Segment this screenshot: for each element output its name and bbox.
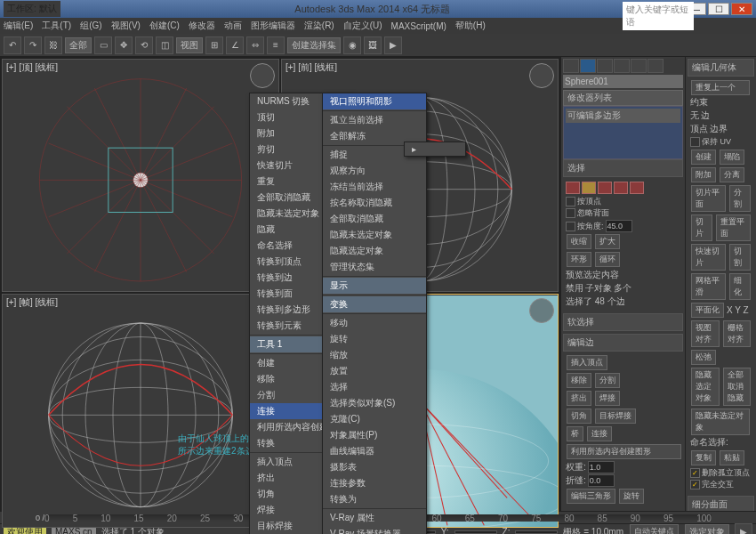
hide-sel-button[interactable]: 隐藏选定对象 bbox=[691, 368, 720, 406]
context-menu-item[interactable]: 对象属性(P) bbox=[323, 427, 426, 443]
subobj-radio[interactable]: 子对象 bbox=[585, 282, 612, 295]
scale-button[interactable]: ◫ bbox=[156, 36, 173, 54]
menu-item[interactable]: 自定义(U) bbox=[343, 20, 382, 32]
menu-item[interactable]: 视图(V) bbox=[111, 20, 141, 32]
rollout-edit-geom[interactable]: 编辑几何体 bbox=[688, 59, 754, 77]
msmooth-button[interactable]: 网格平滑 bbox=[691, 273, 726, 300]
loop-button[interactable]: 循环 bbox=[595, 252, 620, 267]
context-menu-item[interactable]: 冻结当前选择 bbox=[323, 179, 426, 195]
select-button[interactable]: ▭ bbox=[94, 36, 112, 54]
ignore-backfacing-check[interactable]: 忽略背面 bbox=[566, 207, 680, 219]
y-field[interactable] bbox=[454, 530, 497, 534]
paste-button[interactable]: 粘贴 bbox=[720, 450, 744, 465]
context-menu-item[interactable]: 克隆(C) bbox=[323, 411, 426, 427]
context-menu-item[interactable]: 缩放 bbox=[323, 347, 426, 363]
turn-button[interactable]: 旋转 bbox=[619, 489, 644, 504]
detach-button[interactable]: 分离 bbox=[720, 167, 744, 182]
side-panel-right[interactable]: 编辑几何体 重复上一个 约束 无 边 顶点 边界 保持 UV 创建塌陷 附加分离… bbox=[685, 57, 756, 511]
viewport-left[interactable]: [+] [帧] [线框] bbox=[2, 294, 279, 527]
repeat-last-button[interactable]: 重复上一个 bbox=[691, 80, 750, 95]
coord-dropdown[interactable]: 视图 bbox=[176, 37, 203, 53]
redo-button[interactable]: ↷ bbox=[24, 36, 42, 54]
multi-radio[interactable]: 多个 bbox=[614, 282, 631, 295]
constraint-face[interactable]: 顶点 bbox=[690, 123, 708, 135]
view-align-button[interactable]: 视图对齐 bbox=[691, 320, 720, 347]
weld-button[interactable]: 焊接 bbox=[595, 391, 620, 406]
edit-tri-button[interactable]: 编辑三角形 bbox=[567, 489, 615, 504]
preserve-uv-check[interactable]: 保持 UV bbox=[690, 136, 752, 148]
modifier-item[interactable]: 可编辑多边形 bbox=[566, 109, 680, 123]
move-button[interactable]: ✥ bbox=[115, 36, 133, 54]
ring-button[interactable]: 环形 bbox=[567, 252, 591, 267]
submenu-item[interactable]: ▸ bbox=[405, 142, 465, 156]
bridge-button[interactable]: 桥 bbox=[567, 426, 583, 441]
context-menu-item[interactable]: 隐藏选定对象 bbox=[323, 243, 426, 259]
border-mode-icon[interactable] bbox=[598, 182, 612, 194]
quickslice-button[interactable]: 快速切片 bbox=[691, 244, 726, 271]
workspace-label[interactable]: 工作区: 默认 bbox=[4, 1, 60, 17]
mirror-button[interactable]: ⇔ bbox=[246, 36, 264, 54]
reset-plane-button[interactable]: 重置平面 bbox=[716, 214, 751, 241]
play-button[interactable]: ▶ bbox=[735, 523, 752, 535]
collapse-button[interactable]: 塌陷 bbox=[720, 150, 744, 165]
angle-snap-button[interactable]: ∠ bbox=[226, 36, 244, 54]
tessellate-button[interactable]: 细化 bbox=[729, 273, 751, 300]
context-menu-item[interactable]: 选择类似对象(S) bbox=[323, 395, 426, 411]
hide-unsel-button[interactable]: 隐藏未选定对象 bbox=[691, 409, 750, 435]
viewcube-icon[interactable] bbox=[250, 63, 275, 88]
rollout-soft-sel[interactable]: 软选择 bbox=[563, 313, 683, 331]
xyz-buttons[interactable]: X Y Z bbox=[727, 305, 749, 315]
grow-button[interactable]: 扩大 bbox=[595, 234, 620, 249]
utilities-tab[interactable] bbox=[647, 59, 664, 73]
grid-align-button[interactable]: 栅格对齐 bbox=[723, 320, 752, 347]
by-vertex-check[interactable]: 按顶点 bbox=[566, 196, 680, 207]
render-button[interactable]: ▶ bbox=[384, 36, 402, 54]
undo-button[interactable]: ↶ bbox=[4, 36, 21, 54]
rollout-edit-edges[interactable]: 编辑边 bbox=[563, 334, 683, 352]
rotate-button[interactable]: ⟲ bbox=[135, 36, 153, 54]
crease-spinner[interactable]: 0.0 bbox=[588, 474, 615, 487]
context-menu-item[interactable]: 按名称取消隐藏 bbox=[323, 195, 426, 211]
relax-button[interactable]: 松弛 bbox=[691, 350, 716, 365]
cut-button[interactable]: 切割 bbox=[729, 244, 751, 271]
modifier-stack[interactable]: 可编辑多边形 bbox=[563, 106, 683, 159]
copy-button[interactable]: 复制 bbox=[691, 450, 716, 465]
slice-button[interactable]: 切片 bbox=[691, 214, 712, 241]
context-menu-item[interactable]: 管理状态集 bbox=[323, 259, 426, 275]
context-menu-item[interactable]: 旋转 bbox=[323, 331, 426, 347]
unhide-all-button[interactable]: 全部取消隐藏 bbox=[723, 368, 752, 406]
context-menu-item[interactable]: 视口照明和阴影 bbox=[323, 93, 426, 109]
remove-button[interactable]: 移除 bbox=[567, 373, 591, 388]
context-menu-item[interactable]: 转换为 bbox=[323, 491, 426, 507]
viewcube-icon[interactable] bbox=[529, 63, 554, 88]
search-input[interactable]: 键入关键字或短语 bbox=[623, 2, 694, 30]
auto-key-button[interactable]: 自动关键点 bbox=[630, 524, 679, 534]
full-interact-check[interactable]: 完全交互 bbox=[690, 479, 752, 490]
filter-dropdown[interactable]: 全部 bbox=[65, 37, 92, 53]
context-menu-item[interactable]: 孤立当前选择 bbox=[323, 112, 426, 128]
context-menu-item[interactable]: 放置 bbox=[323, 363, 426, 379]
create-shape-button[interactable]: 利用所选内容创建图形 bbox=[567, 444, 681, 459]
create-tab[interactable] bbox=[563, 59, 579, 73]
subobject-selector[interactable] bbox=[566, 182, 680, 194]
selection-set-dropdown[interactable]: 创建选择集 bbox=[287, 37, 341, 53]
menu-item[interactable]: 工具(T) bbox=[42, 20, 71, 32]
rollout-subdiv[interactable]: 细分曲面 bbox=[688, 496, 754, 511]
context-menu-item[interactable]: 隐藏未选定对象 bbox=[323, 227, 426, 243]
display-tab[interactable] bbox=[631, 59, 647, 73]
shrink-button[interactable]: 收缩 bbox=[567, 234, 591, 249]
menu-item[interactable]: 动画 bbox=[224, 20, 242, 32]
planarize-button[interactable]: 平面化 bbox=[691, 303, 724, 318]
menu-item[interactable]: 编辑(E) bbox=[4, 20, 33, 32]
z-field[interactable] bbox=[515, 530, 558, 534]
close-button[interactable]: ✕ bbox=[731, 3, 752, 15]
constraint-edge[interactable]: 边 bbox=[701, 109, 710, 122]
attach-button[interactable]: 附加 bbox=[691, 167, 716, 182]
context-menu-item[interactable]: 移动 bbox=[323, 315, 426, 331]
connect-button[interactable]: 连接 bbox=[587, 426, 612, 441]
split-button[interactable]: 分割 bbox=[595, 373, 620, 388]
target-weld-button[interactable]: 目标焊接 bbox=[595, 409, 636, 424]
maximize-button[interactable]: ☐ bbox=[708, 3, 729, 15]
menu-item[interactable]: 修改器 bbox=[189, 20, 215, 32]
slice-plane-button[interactable]: 切片平面 bbox=[691, 185, 726, 212]
